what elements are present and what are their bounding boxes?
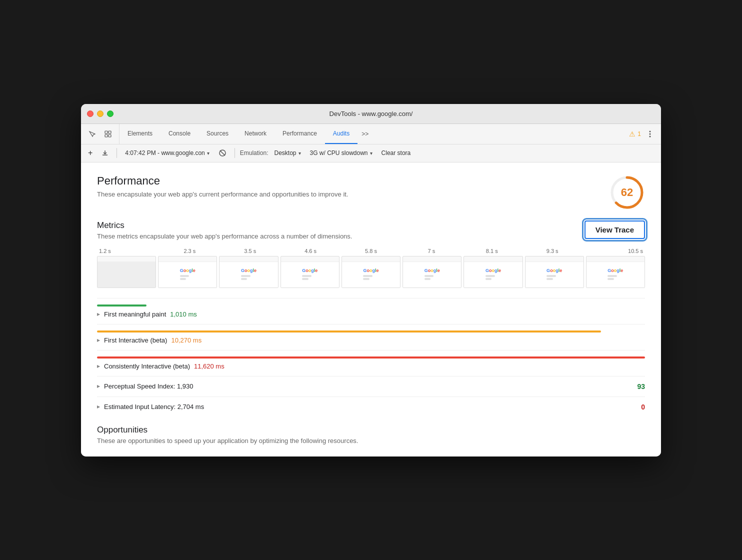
filmstrip-frame-2: G o o g l e [219,256,278,288]
eil-label: Estimated Input Latency: 2,704 ms [104,403,204,410]
metric-bar-ci-bar [97,356,645,358]
svg-point-5 [650,133,651,134]
svg-point-6 [650,136,651,137]
fi-value: 10,270 ms [171,336,202,344]
warning-icon: ⚠ [629,130,636,138]
eil-score: 0 [641,403,645,411]
metric-bar-fmp-bar [97,304,146,306]
toolbar-divider-2 [234,148,235,158]
filmstrip-frame-1: G o o g l e [158,256,217,288]
warning-badge: ⚠ 1 [629,130,641,138]
metric-input-latency: ▶ Estimated Input Latency: 2,704 ms 0 [97,396,645,417]
metric-consistently-interactive: ▶ Consistently Interactive (beta) 11,620… [97,350,645,376]
timeline-label-6: 8.1 s [462,248,522,254]
metric-fmp-left: ▶ First meaningful paint 1,010 ms [97,310,197,318]
ci-label: Consistently Interactive (beta) [104,362,190,370]
toolbar-icons [81,124,120,144]
metrics-desc: These metrics encapsulate your web app's… [97,232,352,240]
view-trace-button[interactable]: View Trace [584,220,645,239]
second-toolbar: + 4:07:42 PM - www.google.con ▾ Emulatio… [81,144,661,162]
more-options-button[interactable] [643,127,657,141]
network-dropdown-arrow: ▾ [370,150,372,156]
tab-performance[interactable]: Performance [274,124,325,144]
clear-storage-button[interactable]: Clear stora [378,148,414,158]
nav-tabs: Elements Console Sources Network Perform… [120,124,629,144]
timeline-label-2: 3.5 s [220,248,280,254]
tab-bar: Elements Console Sources Network Perform… [81,124,661,144]
performance-score-circle: 62 [609,174,645,210]
timeline-labels: 1.2 s 2.3 s 3.5 s 4.6 s 5.8 s 7 s 8.1 s … [97,248,645,254]
svg-rect-3 [108,134,111,137]
inspect-icon[interactable] [101,127,115,141]
expand-fmp-icon[interactable]: ▶ [97,312,100,316]
metric-bar-fmp [97,304,645,306]
opportunities-section: Opportunities These are opportunities to… [97,425,645,444]
metrics-section: Metrics These metrics encapsulate your w… [97,220,645,417]
traffic-lights [87,110,114,117]
cursor-icon[interactable] [85,127,99,141]
block-icon[interactable] [216,148,230,158]
desktop-dropdown[interactable]: Desktop ▾ [271,148,304,158]
download-button[interactable] [98,148,112,158]
minimize-button[interactable] [97,110,104,117]
ci-value: 11,620 ms [194,362,224,370]
opportunities-desc: These are opportunities to speed up your… [97,437,645,444]
opportunities-title: Opportunities [97,425,645,435]
metric-label-fmp: ▶ First meaningful paint 1,010 ms [97,310,645,318]
tab-console[interactable]: Console [160,124,198,144]
timeline-label-7: 9.3 s [522,248,582,254]
performance-header: Performance These encapsulate your web a… [97,174,645,210]
filmstrip: G o o g l e [97,256,645,288]
metric-ci-left: ▶ Consistently Interactive (beta) 11,620… [97,362,224,370]
metric-label-fi: ▶ First Interactive (beta) 10,270 ms [97,336,645,344]
timeline-label-5: 7 s [401,248,462,254]
svg-line-8 [220,150,225,156]
main-content: Performance These encapsulate your web a… [81,162,661,456]
metric-psi-left: ▶ Perceptual Speed Index: 1,930 [97,382,194,390]
maximize-button[interactable] [107,110,114,117]
title-bar: DevTools - www.google.com/ [81,104,661,124]
tab-sources[interactable]: Sources [198,124,236,144]
metric-bar-fi-bar [97,330,601,332]
tab-audits[interactable]: Audits [325,124,358,144]
add-recording-button[interactable]: + [85,148,96,158]
metric-bar-fi [97,330,645,332]
svg-rect-1 [105,134,108,137]
expand-eil-icon[interactable]: ▶ [97,404,100,409]
timeline-label-4: 5.8 s [341,248,402,254]
filmstrip-frame-5: G o o g l e [402,256,462,288]
svg-rect-2 [108,131,111,134]
more-tabs-button[interactable]: >> [358,124,372,144]
filmstrip-frame-0 [97,256,156,288]
performance-score: 62 [621,186,633,199]
timestamp-dropdown-arrow: ▾ [207,150,210,156]
tab-elements[interactable]: Elements [120,124,160,144]
metric-label-eil: ▶ Estimated Input Latency: 2,704 ms 0 [97,403,645,411]
desktop-dropdown-arrow: ▾ [298,150,301,156]
svg-point-4 [650,130,651,132]
expand-psi-icon[interactable]: ▶ [97,384,100,388]
metric-label-ci: ▶ Consistently Interactive (beta) 11,620… [97,362,645,370]
fmp-value: 1,010 ms [170,310,196,318]
metrics-title-block: Metrics These metrics encapsulate your w… [97,220,352,240]
timeline: 1.2 s 2.3 s 3.5 s 4.6 s 5.8 s 7 s 8.1 s … [97,248,645,288]
svg-rect-0 [105,131,108,134]
metrics-header-row: Metrics These metrics encapsulate your w… [97,220,645,240]
expand-ci-icon[interactable]: ▶ [97,364,100,368]
window-title: DevTools - www.google.com/ [330,110,413,118]
metric-first-meaningful-paint: ▶ First meaningful paint 1,010 ms [97,298,645,324]
network-throttle-dropdown[interactable]: 3G w/ CPU slowdown ▾ [307,148,376,158]
metric-first-interactive: ▶ First Interactive (beta) 10,270 ms [97,324,645,350]
expand-fi-icon[interactable]: ▶ [97,338,100,342]
metric-fi-left: ▶ First Interactive (beta) 10,270 ms [97,336,202,344]
fmp-label: First meaningful paint [104,310,166,318]
performance-desc: These encapsulate your web app's current… [97,190,348,198]
tab-network[interactable]: Network [236,124,274,144]
timestamp-url[interactable]: 4:07:42 PM - www.google.con ▾ [122,148,212,158]
filmstrip-frame-7: G o o g l e [525,256,584,288]
performance-title: Performance [97,174,348,188]
timeline-label-1: 2.3 s [160,248,220,254]
fi-label: First Interactive (beta) [104,336,167,344]
close-button[interactable] [87,110,94,117]
filmstrip-frame-6: G o o g l e [464,256,522,288]
